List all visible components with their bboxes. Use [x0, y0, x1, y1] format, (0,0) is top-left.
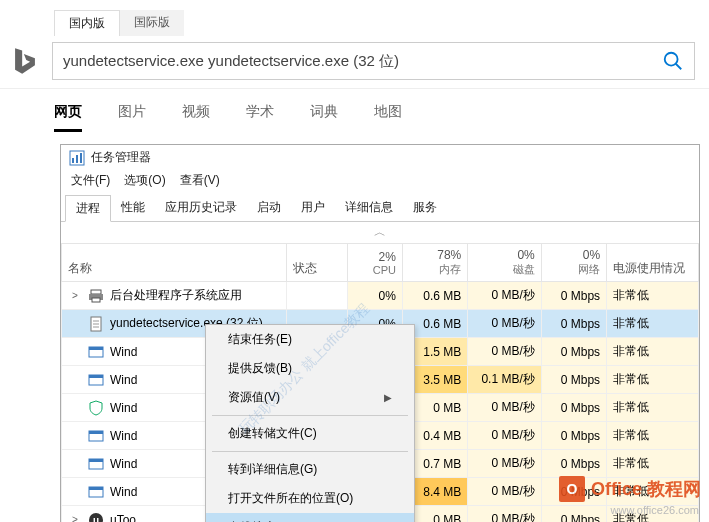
table-row[interactable]: >后台处理程序子系统应用0%0.6 MB0 MB/秒0 Mbps非常低 [62, 282, 699, 310]
svg-rect-18 [89, 431, 103, 434]
window-title: 任务管理器 [91, 149, 151, 166]
col-status[interactable]: 状态 [293, 261, 317, 275]
search-box [52, 42, 695, 80]
col-power[interactable]: 电源使用情况 [613, 261, 685, 275]
menu-bar: 文件(F) 选项(O) 查看(V) [61, 170, 699, 193]
cell-network: 0 Mbps [541, 310, 606, 338]
cell-cpu: 0% [347, 282, 402, 310]
cell-network: 0 Mbps [541, 366, 606, 394]
svg-rect-5 [80, 153, 82, 163]
chevron-right-icon: ▶ [384, 392, 392, 403]
disk-percent: 0% [474, 248, 535, 262]
process-name: Wind [110, 429, 137, 443]
ctx-search-online[interactable]: 在线搜索(S) [206, 513, 414, 522]
search-input[interactable] [63, 53, 662, 70]
col-cpu[interactable]: CPU [354, 264, 396, 276]
cell-disk: 0 MB/秒 [468, 450, 542, 478]
process-icon [88, 316, 104, 332]
process-name: Wind [110, 345, 137, 359]
process-name: Wind [110, 485, 137, 499]
nav-maps[interactable]: 地图 [374, 103, 402, 132]
cell-power: 非常低 [607, 310, 699, 338]
context-menu: 结束任务(E) 提供反馈(B) 资源值(V)▶ 创建转储文件(C) 转到详细信息… [205, 324, 415, 522]
nav-video[interactable]: 视频 [182, 103, 210, 132]
cell-disk: 0 MB/秒 [468, 422, 542, 450]
nav-academic[interactable]: 学术 [246, 103, 274, 132]
cell-disk: 0 MB/秒 [468, 338, 542, 366]
bing-logo-icon [8, 44, 42, 78]
svg-line-1 [676, 64, 682, 70]
col-name[interactable]: 名称 [68, 261, 92, 275]
tm-tabs: 进程 性能 应用历史记录 启动 用户 详细信息 服务 [61, 193, 699, 222]
col-memory[interactable]: 内存 [409, 262, 461, 277]
process-name: Wind [110, 457, 137, 471]
process-icon [88, 484, 104, 500]
ctx-goto-details[interactable]: 转到详细信息(G) [206, 455, 414, 484]
nav-web[interactable]: 网页 [54, 103, 82, 132]
svg-rect-8 [92, 298, 100, 302]
nav-dict[interactable]: 词典 [310, 103, 338, 132]
svg-rect-3 [72, 158, 74, 163]
tab-processes[interactable]: 进程 [65, 195, 111, 222]
process-icon: u [88, 512, 104, 523]
tab-domestic[interactable]: 国内版 [54, 10, 120, 36]
cell-disk: 0 MB/秒 [468, 478, 542, 506]
collapse-chevron-icon[interactable]: ︿ [62, 222, 699, 244]
col-disk[interactable]: 磁盘 [474, 262, 535, 277]
expand-arrow-icon[interactable]: > [72, 514, 82, 522]
cell-disk: 0 MB/秒 [468, 310, 542, 338]
window-title-bar: 任务管理器 [61, 145, 699, 170]
tab-performance[interactable]: 性能 [111, 195, 155, 221]
cell-disk: 0 MB/秒 [468, 282, 542, 310]
ctx-end-task[interactable]: 结束任务(E) [206, 325, 414, 354]
tab-services[interactable]: 服务 [403, 195, 447, 221]
ctx-dump[interactable]: 创建转储文件(C) [206, 419, 414, 448]
process-icon [88, 400, 104, 416]
cell-memory: 0.6 MB [402, 282, 467, 310]
svg-rect-16 [89, 375, 103, 378]
process-icon [88, 288, 104, 304]
svg-rect-14 [89, 347, 103, 350]
search-icon[interactable] [662, 50, 684, 72]
tab-details[interactable]: 详细信息 [335, 195, 403, 221]
watermark-brand: Office 教程网 [591, 477, 701, 501]
nav-images[interactable]: 图片 [118, 103, 146, 132]
cell-network: 0 Mbps [541, 282, 606, 310]
cell-network: 0 Mbps [541, 506, 606, 523]
tab-users[interactable]: 用户 [291, 195, 335, 221]
process-icon [88, 456, 104, 472]
watermark-logo: O Office 教程网 [559, 476, 701, 502]
search-header: 国内版 国际版 [0, 0, 709, 89]
menu-options[interactable]: 选项(O) [124, 172, 165, 189]
process-name: uToo [110, 513, 136, 523]
ctx-resource[interactable]: 资源值(V)▶ [206, 383, 414, 412]
ctx-feedback[interactable]: 提供反馈(B) [206, 354, 414, 383]
watermark-url: www.office26.com [611, 504, 699, 516]
ctx-open-location[interactable]: 打开文件所在的位置(O) [206, 484, 414, 513]
separator [212, 415, 408, 416]
svg-rect-20 [89, 459, 103, 462]
version-tabs: 国内版 国际版 [54, 10, 709, 36]
cell-power: 非常低 [607, 366, 699, 394]
process-icon [88, 344, 104, 360]
cell-power: 非常低 [607, 422, 699, 450]
process-name: Wind [110, 373, 137, 387]
expand-arrow-icon[interactable]: > [72, 290, 82, 301]
menu-file[interactable]: 文件(F) [71, 172, 110, 189]
cpu-percent: 2% [354, 250, 396, 264]
cell-disk: 0.1 MB/秒 [468, 366, 542, 394]
table-header-row: 名称 状态 2%CPU 78%内存 0%磁盘 0%网络 电源使用情况 [62, 244, 699, 282]
net-percent: 0% [548, 248, 600, 262]
cell-network: 0 Mbps [541, 338, 606, 366]
taskmgr-icon [69, 150, 85, 166]
svg-point-0 [665, 53, 678, 66]
tab-history[interactable]: 应用历史记录 [155, 195, 247, 221]
process-icon [88, 428, 104, 444]
cell-power: 非常低 [607, 282, 699, 310]
svg-rect-22 [89, 487, 103, 490]
menu-view[interactable]: 查看(V) [180, 172, 220, 189]
cell-disk: 0 MB/秒 [468, 506, 542, 523]
col-network[interactable]: 网络 [548, 262, 600, 277]
tab-startup[interactable]: 启动 [247, 195, 291, 221]
tab-international[interactable]: 国际版 [120, 10, 184, 36]
